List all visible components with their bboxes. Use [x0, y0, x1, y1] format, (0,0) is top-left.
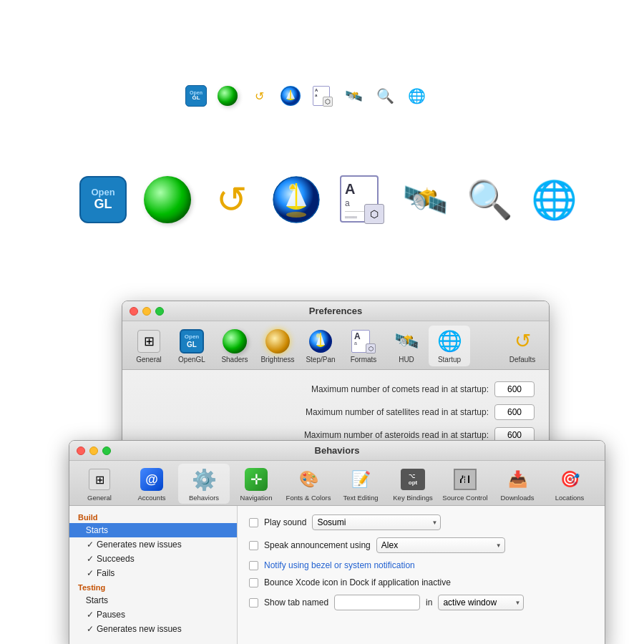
small-hud-icon: 🛰️	[340, 82, 367, 109]
svg-point-12	[316, 333, 321, 338]
beh-navigation-icon: ✛	[243, 467, 269, 492]
beh-tab-locations[interactable]: 🎯 Locations	[544, 464, 595, 504]
large-icon-row: Open GL ↺ A a ═══	[77, 174, 580, 225]
pref-traffic-lights	[130, 307, 164, 316]
beh-tab-navigation[interactable]: ✛ Navigation	[230, 464, 282, 504]
pref-formats-icon: A a ⬡	[351, 328, 376, 354]
beh-option-notify-bezel: Notify using bezel or system notificatio…	[249, 560, 593, 570]
pref-general-icon: ⊞	[136, 328, 162, 354]
beh-item-build-starts[interactable]: Starts	[69, 523, 237, 537]
pref-minimize-button[interactable]	[142, 307, 151, 316]
small-refresh-icon: ↺	[245, 82, 273, 109]
behaviors-title: Behaviors	[315, 445, 360, 456]
pref-tab-shaders[interactable]: Shaders	[214, 326, 255, 366]
pref-tab-startup[interactable]: 🌐 Startup	[429, 326, 470, 366]
beh-label-play-sound: Play sound	[264, 517, 306, 527]
large-formats-icon: A a ═══ ⬡	[335, 174, 386, 225]
preferences-toolbar: ⊞ General Open GL OpenGL Shaders	[122, 321, 549, 370]
pref-startup-icon: 🌐	[436, 328, 462, 354]
beh-tab-text-editing[interactable]: 📝 Text Editing	[335, 464, 386, 504]
beh-option-show-tab: Show tab named in active window	[249, 595, 593, 610]
small-star-icon: 🌐	[403, 82, 430, 109]
beh-label-show-tab: Show tab named	[264, 597, 328, 608]
beh-behaviors-icon: ⚙️	[191, 467, 217, 492]
behaviors-toolbar: ⊞ General @ Accounts ⚙️ Behaviors ✛ Navi…	[69, 461, 605, 506]
beh-key-bindings-icon: ⌥opt	[400, 467, 426, 492]
pref-maximize-button[interactable]	[155, 307, 164, 316]
beh-section-testing: Testing	[69, 580, 237, 593]
beh-minimize-button[interactable]	[89, 447, 98, 455]
pref-label-asteroids: Maximum number of asteroids read in at s…	[137, 430, 489, 440]
beh-locations-icon: 🎯	[557, 467, 582, 492]
beh-item-build-issues[interactable]: ✓Generates new issues	[69, 537, 237, 552]
small-spotlight-icon: 🔍	[371, 82, 399, 109]
pref-steppan-icon	[308, 328, 333, 354]
beh-select-voice[interactable]: Alex	[376, 537, 505, 553]
beh-select-window[interactable]: active window	[438, 595, 524, 610]
svg-point-6	[286, 212, 306, 218]
small-sphere-icon	[214, 82, 241, 109]
beh-item-build-succeeds[interactable]: ✓Succeeds	[69, 552, 237, 566]
beh-source-control-icon: ⛙	[452, 467, 478, 492]
beh-input-tab-name[interactable]	[334, 595, 420, 610]
small-icon-row: Open GL ↺ Aa ⬡ 🛰️ 🔍	[182, 82, 430, 109]
beh-item-test-starts[interactable]: Starts	[69, 593, 237, 608]
beh-select-sound[interactable]: Sosumi	[312, 514, 441, 530]
large-spotlight-icon: 🔍	[464, 174, 515, 225]
beh-tab-source-control[interactable]: ⛙ Source Control	[439, 464, 491, 504]
beh-accounts-icon: @	[139, 467, 165, 492]
beh-option-speak: Speak announcement using Alex	[249, 537, 593, 553]
pref-brightness-icon	[265, 328, 291, 354]
beh-option-play-sound: Play sound Sosumi	[249, 514, 593, 530]
pref-shaders-icon	[222, 328, 248, 354]
preferences-titlebar: Preferences	[122, 301, 549, 321]
beh-checkbox-bounce[interactable]	[249, 578, 258, 587]
beh-tab-fonts-colors[interactable]: 🎨 Fonts & Colors	[283, 464, 334, 504]
large-star-icon: 🌐	[528, 174, 580, 225]
beh-checkbox-show-tab[interactable]	[249, 598, 258, 608]
pref-row-satellites: Maximum number of satellites read in at …	[137, 404, 535, 420]
beh-tab-accounts[interactable]: @ Accounts	[126, 464, 177, 504]
beh-tab-downloads[interactable]: 📥 Downloads	[492, 464, 543, 504]
pref-tab-defaults[interactable]: ↺ Defaults	[502, 326, 543, 366]
pref-tab-general[interactable]: ⊞ General	[128, 326, 170, 366]
beh-label-speak: Speak announcement using	[264, 540, 371, 550]
beh-fonts-colors-icon: 🎨	[296, 467, 321, 492]
pref-tab-brightness[interactable]: Brightness	[257, 326, 298, 366]
small-step-pan-icon	[277, 82, 304, 109]
beh-select-voice-wrap: Alex	[376, 537, 505, 553]
behaviors-main: Play sound Sosumi Speak announcement usi…	[238, 506, 605, 644]
pref-input-satellites[interactable]	[494, 404, 535, 420]
beh-select-sound-wrap: Sosumi	[312, 514, 441, 530]
beh-tab-behaviors[interactable]: ⚙️ Behaviors	[178, 464, 230, 504]
beh-close-button[interactable]	[77, 447, 85, 455]
beh-item-test-issues[interactable]: ✓Generates new issues	[69, 622, 237, 636]
pref-tab-hud[interactable]: 🛰️ HUD	[386, 326, 427, 366]
pref-input-comets[interactable]	[494, 381, 535, 397]
pref-tab-opengl[interactable]: Open GL OpenGL	[171, 326, 213, 366]
beh-general-icon: ⊞	[87, 467, 112, 492]
beh-maximize-button[interactable]	[102, 447, 111, 455]
large-step-pan-icon	[270, 174, 322, 225]
pref-tab-steppan[interactable]: Step/Pan	[300, 326, 341, 366]
beh-item-test-pauses[interactable]: ✓Pauses	[69, 608, 237, 622]
beh-checkbox-play-sound[interactable]	[249, 518, 258, 527]
beh-tab-key-bindings[interactable]: ⌥opt Key Bindings	[387, 464, 439, 504]
beh-item-build-fails[interactable]: ✓Fails	[69, 566, 237, 580]
behaviors-body: Build Starts ✓Generates new issues ✓Succ…	[69, 506, 605, 644]
beh-section-build: Build	[69, 510, 237, 523]
large-sphere-icon	[142, 174, 193, 225]
beh-checkbox-notify-bezel[interactable]	[249, 561, 258, 570]
pref-label-satellites: Maximum number of satellites read in at …	[137, 407, 489, 417]
beh-checkbox-speak[interactable]	[249, 541, 258, 550]
pref-tab-formats[interactable]: A a ⬡ Formats	[343, 326, 384, 366]
beh-text-editing-icon: 📝	[348, 467, 374, 492]
beh-tab-general[interactable]: ⊞ General	[74, 464, 125, 504]
pref-close-button[interactable]	[130, 307, 138, 316]
beh-option-bounce: Bounce Xcode icon in Dock if application…	[249, 577, 593, 587]
pref-label-comets: Maximum number of comets read in at star…	[137, 384, 489, 394]
pref-row-comets: Maximum number of comets read in at star…	[137, 381, 535, 397]
beh-traffic-lights	[77, 447, 111, 455]
pref-hud-icon: 🛰️	[394, 328, 419, 354]
large-hud-icon: 🛰️	[399, 174, 451, 225]
